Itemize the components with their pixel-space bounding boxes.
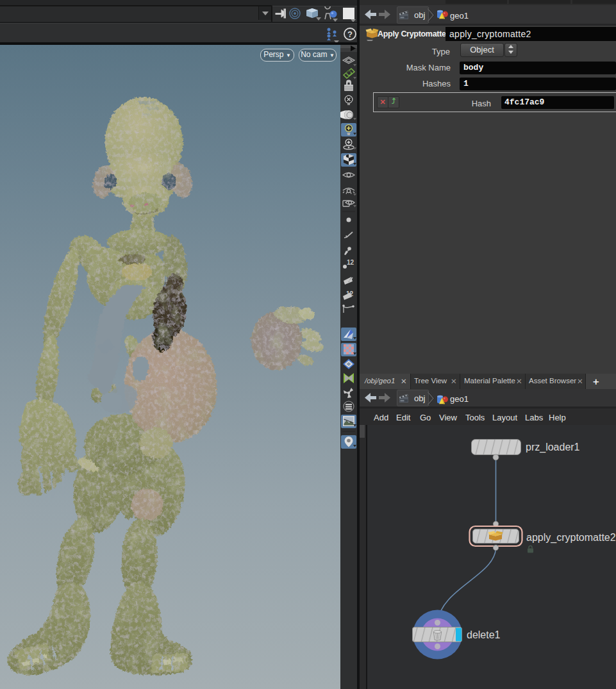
- svg-text:12: 12: [347, 259, 354, 266]
- svg-text:12: 12: [346, 290, 354, 297]
- svg-text:prz_loader1: prz_loader1: [526, 442, 580, 453]
- svg-text:delete1: delete1: [467, 629, 501, 640]
- svg-text:?: ?: [347, 29, 353, 39]
- svg-text:apply_cryptomatte2: apply_cryptomatte2: [526, 532, 616, 544]
